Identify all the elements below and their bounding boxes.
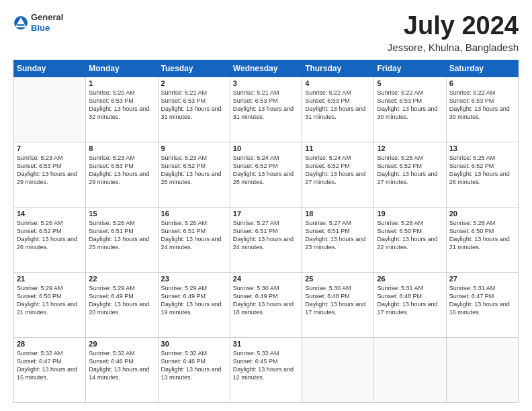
table-row: 1Sunrise: 5:20 AM Sunset: 6:53 PM Daylig… (86, 77, 158, 142)
day-number: 25 (305, 275, 371, 283)
col-wednesday: Wednesday (230, 60, 302, 77)
day-info: Sunrise: 5:25 AM Sunset: 6:52 PM Dayligh… (449, 154, 515, 187)
day-info: Sunrise: 5:29 AM Sunset: 6:49 PM Dayligh… (161, 284, 227, 317)
table-row: 15Sunrise: 5:26 AM Sunset: 6:51 PM Dayli… (86, 207, 158, 272)
location: Jessore, Khulna, Bangladesh (388, 42, 519, 53)
day-info: Sunrise: 5:29 AM Sunset: 6:50 PM Dayligh… (17, 284, 83, 317)
day-number: 2 (161, 79, 227, 87)
table-row: 10Sunrise: 5:24 AM Sunset: 6:52 PM Dayli… (230, 142, 302, 207)
day-number: 15 (89, 210, 154, 218)
day-number: 11 (305, 144, 371, 152)
day-info: Sunrise: 5:31 AM Sunset: 6:47 PM Dayligh… (449, 284, 515, 317)
table-row: 9Sunrise: 5:23 AM Sunset: 6:52 PM Daylig… (158, 142, 230, 207)
table-row (374, 337, 446, 402)
day-number: 4 (305, 79, 371, 87)
day-info: Sunrise: 5:26 AM Sunset: 6:51 PM Dayligh… (161, 219, 227, 252)
header: General Blue July 2024 Jessore, Khulna, … (13, 12, 519, 53)
day-info: Sunrise: 5:25 AM Sunset: 6:52 PM Dayligh… (377, 154, 443, 187)
table-row: 14Sunrise: 5:26 AM Sunset: 6:52 PM Dayli… (14, 207, 86, 272)
day-info: Sunrise: 5:23 AM Sunset: 6:52 PM Dayligh… (161, 154, 227, 187)
table-row: 25Sunrise: 5:30 AM Sunset: 6:48 PM Dayli… (302, 272, 374, 337)
calendar-week-row: 21Sunrise: 5:29 AM Sunset: 6:50 PM Dayli… (14, 272, 519, 337)
day-info: Sunrise: 5:23 AM Sunset: 6:53 PM Dayligh… (89, 154, 154, 187)
day-number: 16 (161, 210, 227, 218)
calendar-week-row: 28Sunrise: 5:32 AM Sunset: 6:47 PM Dayli… (14, 337, 519, 402)
day-info: Sunrise: 5:29 AM Sunset: 6:49 PM Dayligh… (89, 284, 154, 317)
col-friday: Friday (374, 60, 446, 77)
calendar-table: Sunday Monday Tuesday Wednesday Thursday… (13, 60, 519, 403)
day-number: 22 (89, 275, 154, 283)
table-row: 21Sunrise: 5:29 AM Sunset: 6:50 PM Dayli… (14, 272, 86, 337)
day-info: Sunrise: 5:20 AM Sunset: 6:53 PM Dayligh… (89, 89, 154, 122)
col-saturday: Saturday (446, 60, 518, 77)
calendar-week-row: 7Sunrise: 5:23 AM Sunset: 6:53 PM Daylig… (14, 142, 519, 207)
day-info: Sunrise: 5:21 AM Sunset: 6:53 PM Dayligh… (161, 89, 227, 122)
table-row: 4Sunrise: 5:22 AM Sunset: 6:53 PM Daylig… (302, 77, 374, 142)
day-number: 8 (89, 144, 154, 152)
day-number: 23 (161, 275, 227, 283)
day-info: Sunrise: 5:28 AM Sunset: 6:50 PM Dayligh… (377, 219, 443, 252)
svg-rect-2 (17, 24, 25, 26)
table-row (446, 337, 518, 402)
col-sunday: Sunday (14, 60, 86, 77)
day-number: 7 (17, 144, 83, 152)
table-row: 23Sunrise: 5:29 AM Sunset: 6:49 PM Dayli… (158, 272, 230, 337)
day-info: Sunrise: 5:33 AM Sunset: 6:45 PM Dayligh… (233, 349, 299, 382)
day-number: 27 (449, 275, 515, 283)
day-info: Sunrise: 5:24 AM Sunset: 6:52 PM Dayligh… (233, 154, 299, 187)
day-number: 12 (377, 144, 443, 152)
page: General Blue July 2024 Jessore, Khulna, … (0, 0, 532, 411)
table-row (302, 337, 374, 402)
table-row: 5Sunrise: 5:22 AM Sunset: 6:53 PM Daylig… (374, 77, 446, 142)
title-block: July 2024 Jessore, Khulna, Bangladesh (388, 12, 519, 53)
logo-general-text: General (31, 12, 63, 22)
logo-blue-text: Blue (31, 23, 50, 33)
day-number: 21 (17, 275, 83, 283)
table-row: 20Sunrise: 5:28 AM Sunset: 6:50 PM Dayli… (446, 207, 518, 272)
table-row: 29Sunrise: 5:32 AM Sunset: 6:46 PM Dayli… (86, 337, 158, 402)
day-info: Sunrise: 5:28 AM Sunset: 6:50 PM Dayligh… (449, 219, 515, 252)
day-number: 24 (233, 275, 299, 283)
logo: General Blue (13, 12, 63, 33)
day-info: Sunrise: 5:32 AM Sunset: 6:47 PM Dayligh… (17, 349, 83, 382)
day-number: 28 (17, 340, 83, 348)
table-row: 3Sunrise: 5:21 AM Sunset: 6:53 PM Daylig… (230, 77, 302, 142)
table-row: 26Sunrise: 5:31 AM Sunset: 6:48 PM Dayli… (374, 272, 446, 337)
day-info: Sunrise: 5:27 AM Sunset: 6:51 PM Dayligh… (233, 219, 299, 252)
day-number: 3 (233, 79, 299, 87)
day-number: 19 (377, 210, 443, 218)
day-number: 29 (89, 340, 154, 348)
logo-icon (13, 15, 28, 30)
day-info: Sunrise: 5:26 AM Sunset: 6:52 PM Dayligh… (17, 219, 83, 252)
table-row: 6Sunrise: 5:22 AM Sunset: 6:53 PM Daylig… (446, 77, 518, 142)
day-number: 14 (17, 210, 83, 218)
day-number: 9 (161, 144, 227, 152)
day-number: 31 (233, 340, 299, 348)
day-info: Sunrise: 5:27 AM Sunset: 6:51 PM Dayligh… (305, 219, 371, 252)
table-row: 22Sunrise: 5:29 AM Sunset: 6:49 PM Dayli… (86, 272, 158, 337)
table-row: 31Sunrise: 5:33 AM Sunset: 6:45 PM Dayli… (230, 337, 302, 402)
table-row: 7Sunrise: 5:23 AM Sunset: 6:53 PM Daylig… (14, 142, 86, 207)
day-info: Sunrise: 5:24 AM Sunset: 6:52 PM Dayligh… (305, 154, 371, 187)
month-title: July 2024 (388, 12, 519, 40)
calendar-week-row: 14Sunrise: 5:26 AM Sunset: 6:52 PM Dayli… (14, 207, 519, 272)
day-number: 26 (377, 275, 443, 283)
day-info: Sunrise: 5:22 AM Sunset: 6:53 PM Dayligh… (305, 89, 371, 122)
table-row: 24Sunrise: 5:30 AM Sunset: 6:49 PM Dayli… (230, 272, 302, 337)
day-info: Sunrise: 5:32 AM Sunset: 6:46 PM Dayligh… (161, 349, 227, 382)
day-info: Sunrise: 5:21 AM Sunset: 6:53 PM Dayligh… (233, 89, 299, 122)
table-row: 2Sunrise: 5:21 AM Sunset: 6:53 PM Daylig… (158, 77, 230, 142)
table-row: 13Sunrise: 5:25 AM Sunset: 6:52 PM Dayli… (446, 142, 518, 207)
table-row (14, 77, 86, 142)
day-info: Sunrise: 5:30 AM Sunset: 6:49 PM Dayligh… (233, 284, 299, 317)
day-info: Sunrise: 5:30 AM Sunset: 6:48 PM Dayligh… (305, 284, 371, 317)
table-row: 12Sunrise: 5:25 AM Sunset: 6:52 PM Dayli… (374, 142, 446, 207)
col-thursday: Thursday (302, 60, 374, 77)
day-info: Sunrise: 5:22 AM Sunset: 6:53 PM Dayligh… (449, 89, 515, 122)
table-row: 11Sunrise: 5:24 AM Sunset: 6:52 PM Dayli… (302, 142, 374, 207)
day-info: Sunrise: 5:23 AM Sunset: 6:53 PM Dayligh… (17, 154, 83, 187)
day-number: 18 (305, 210, 371, 218)
day-number: 1 (89, 79, 154, 87)
calendar-week-row: 1Sunrise: 5:20 AM Sunset: 6:53 PM Daylig… (14, 77, 519, 142)
calendar-header-row: Sunday Monday Tuesday Wednesday Thursday… (14, 60, 519, 77)
